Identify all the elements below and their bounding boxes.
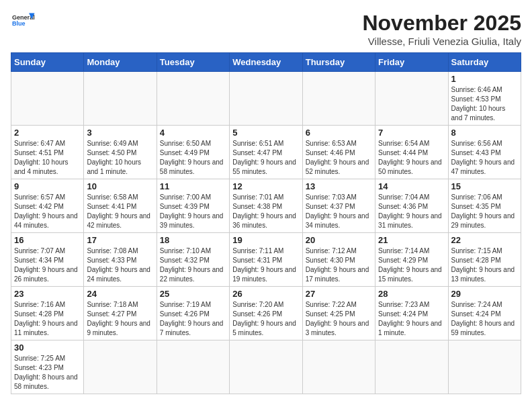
calendar-day-cell: 5Sunrise: 6:51 AM Sunset: 4:47 PM Daylig… [230,126,302,179]
day-number: 28 [378,289,445,299]
day-number: 20 [306,235,372,245]
calendar-day-cell [230,72,302,126]
calendar-day-cell [157,72,229,126]
day-info: Sunrise: 7:08 AM Sunset: 4:33 PM Dayligh… [87,246,153,284]
day-info: Sunrise: 7:06 AM Sunset: 4:35 PM Dayligh… [451,193,518,230]
day-number: 30 [14,342,81,353]
calendar-day-cell [375,340,448,394]
calendar-day-cell [84,72,157,126]
day-info: Sunrise: 6:50 AM Sunset: 4:49 PM Dayligh… [160,139,226,177]
day-info: Sunrise: 6:49 AM Sunset: 4:50 PM Dayligh… [87,139,153,177]
calendar-day-cell: 16Sunrise: 7:07 AM Sunset: 4:34 PM Dayli… [11,233,84,287]
calendar-body: 1Sunrise: 6:46 AM Sunset: 4:53 PM Daylig… [11,72,521,394]
day-info: Sunrise: 6:47 AM Sunset: 4:51 PM Dayligh… [14,139,81,177]
day-number: 6 [306,128,372,138]
day-info: Sunrise: 7:23 AM Sunset: 4:24 PM Dayligh… [378,300,445,338]
day-info: Sunrise: 7:22 AM Sunset: 4:25 PM Dayligh… [306,300,372,338]
day-number: 15 [451,181,518,191]
day-info: Sunrise: 6:51 AM Sunset: 4:47 PM Dayligh… [232,139,299,177]
calendar-day-cell: 29Sunrise: 7:24 AM Sunset: 4:24 PM Dayli… [448,287,521,340]
calendar-day-cell: 20Sunrise: 7:12 AM Sunset: 4:30 PM Dayli… [302,233,375,287]
calendar-day-cell: 7Sunrise: 6:54 AM Sunset: 4:44 PM Daylig… [375,126,448,179]
day-info: Sunrise: 7:14 AM Sunset: 4:29 PM Dayligh… [378,246,445,284]
day-number: 14 [378,181,445,191]
weekday-header-thursday: Thursday [302,53,375,72]
calendar-week-row: 9Sunrise: 6:57 AM Sunset: 4:42 PM Daylig… [11,179,521,233]
day-info: Sunrise: 7:10 AM Sunset: 4:32 PM Dayligh… [160,246,226,284]
calendar-header-row: SundayMondayTuesdayWednesdayThursdayFrid… [11,53,521,72]
day-number: 2 [14,128,81,138]
calendar-day-cell [302,72,375,126]
day-number: 21 [378,235,445,245]
day-number: 24 [87,289,153,299]
day-number: 13 [306,181,372,191]
calendar-day-cell: 8Sunrise: 6:56 AM Sunset: 4:43 PM Daylig… [448,126,521,179]
title-area: November 2025 Villesse, Friuli Venezia G… [362,11,521,47]
calendar-day-cell: 28Sunrise: 7:23 AM Sunset: 4:24 PM Dayli… [375,287,448,340]
day-info: Sunrise: 7:11 AM Sunset: 4:31 PM Dayligh… [232,246,299,284]
day-info: Sunrise: 7:18 AM Sunset: 4:27 PM Dayligh… [87,300,153,338]
calendar-day-cell [448,340,521,394]
day-number: 19 [232,235,299,245]
day-info: Sunrise: 7:19 AM Sunset: 4:26 PM Dayligh… [160,300,226,338]
day-info: Sunrise: 7:24 AM Sunset: 4:24 PM Dayligh… [451,300,518,338]
calendar-day-cell: 30Sunrise: 7:25 AM Sunset: 4:23 PM Dayli… [11,340,84,394]
calendar-day-cell: 19Sunrise: 7:11 AM Sunset: 4:31 PM Dayli… [230,233,302,287]
calendar-week-row: 1Sunrise: 6:46 AM Sunset: 4:53 PM Daylig… [11,72,521,126]
day-info: Sunrise: 7:12 AM Sunset: 4:30 PM Dayligh… [306,246,372,284]
calendar-day-cell: 1Sunrise: 6:46 AM Sunset: 4:53 PM Daylig… [448,72,521,126]
day-number: 10 [87,181,153,191]
day-info: Sunrise: 7:16 AM Sunset: 4:28 PM Dayligh… [14,300,81,338]
calendar-day-cell: 11Sunrise: 7:00 AM Sunset: 4:39 PM Dayli… [157,179,229,233]
day-number: 9 [14,181,81,191]
day-number: 27 [306,289,372,299]
day-info: Sunrise: 7:00 AM Sunset: 4:39 PM Dayligh… [160,193,226,230]
calendar-day-cell [84,340,157,394]
day-info: Sunrise: 7:03 AM Sunset: 4:37 PM Dayligh… [306,193,372,230]
calendar-day-cell: 27Sunrise: 7:22 AM Sunset: 4:25 PM Dayli… [302,287,375,340]
calendar-day-cell: 18Sunrise: 7:10 AM Sunset: 4:32 PM Dayli… [157,233,229,287]
day-info: Sunrise: 6:46 AM Sunset: 4:53 PM Dayligh… [451,85,518,123]
calendar-week-row: 2Sunrise: 6:47 AM Sunset: 4:51 PM Daylig… [11,126,521,179]
weekday-header-friday: Friday [375,53,448,72]
calendar-day-cell: 25Sunrise: 7:19 AM Sunset: 4:26 PM Dayli… [157,287,229,340]
logo-icon: General Blue [11,11,35,30]
day-number: 18 [160,235,226,245]
day-number: 22 [451,235,518,245]
header: General Blue November 2025 Villesse, Fri… [11,11,521,47]
day-number: 1 [451,74,518,84]
svg-text:Blue: Blue [12,20,26,27]
calendar-day-cell [157,340,229,394]
calendar-day-cell [11,72,84,126]
calendar-day-cell: 24Sunrise: 7:18 AM Sunset: 4:27 PM Dayli… [84,287,157,340]
calendar-day-cell: 2Sunrise: 6:47 AM Sunset: 4:51 PM Daylig… [11,126,84,179]
calendar-day-cell: 4Sunrise: 6:50 AM Sunset: 4:49 PM Daylig… [157,126,229,179]
calendar-table: SundayMondayTuesdayWednesdayThursdayFrid… [11,52,521,394]
calendar-day-cell: 21Sunrise: 7:14 AM Sunset: 4:29 PM Dayli… [375,233,448,287]
day-number: 4 [160,128,226,138]
calendar-week-row: 23Sunrise: 7:16 AM Sunset: 4:28 PM Dayli… [11,287,521,340]
day-number: 8 [451,128,518,138]
calendar-week-row: 30Sunrise: 7:25 AM Sunset: 4:23 PM Dayli… [11,340,521,394]
day-number: 17 [87,235,153,245]
calendar-day-cell: 17Sunrise: 7:08 AM Sunset: 4:33 PM Dayli… [84,233,157,287]
calendar-week-row: 16Sunrise: 7:07 AM Sunset: 4:34 PM Dayli… [11,233,521,287]
day-info: Sunrise: 6:53 AM Sunset: 4:46 PM Dayligh… [306,139,372,177]
calendar-day-cell: 13Sunrise: 7:03 AM Sunset: 4:37 PM Dayli… [302,179,375,233]
day-info: Sunrise: 6:54 AM Sunset: 4:44 PM Dayligh… [378,139,445,177]
calendar-day-cell: 23Sunrise: 7:16 AM Sunset: 4:28 PM Dayli… [11,287,84,340]
day-info: Sunrise: 7:04 AM Sunset: 4:36 PM Dayligh… [378,193,445,230]
day-number: 5 [232,128,299,138]
calendar-day-cell: 12Sunrise: 7:01 AM Sunset: 4:38 PM Dayli… [230,179,302,233]
day-info: Sunrise: 6:57 AM Sunset: 4:42 PM Dayligh… [14,193,81,230]
day-info: Sunrise: 6:56 AM Sunset: 4:43 PM Dayligh… [451,139,518,177]
calendar-day-cell: 9Sunrise: 6:57 AM Sunset: 4:42 PM Daylig… [11,179,84,233]
calendar-day-cell [375,72,448,126]
calendar-day-cell: 10Sunrise: 6:58 AM Sunset: 4:41 PM Dayli… [84,179,157,233]
weekday-header-tuesday: Tuesday [157,53,229,72]
day-info: Sunrise: 7:20 AM Sunset: 4:26 PM Dayligh… [232,300,299,338]
weekday-header-sunday: Sunday [11,53,84,72]
calendar-day-cell [302,340,375,394]
day-info: Sunrise: 7:01 AM Sunset: 4:38 PM Dayligh… [232,193,299,230]
day-number: 16 [14,235,81,245]
